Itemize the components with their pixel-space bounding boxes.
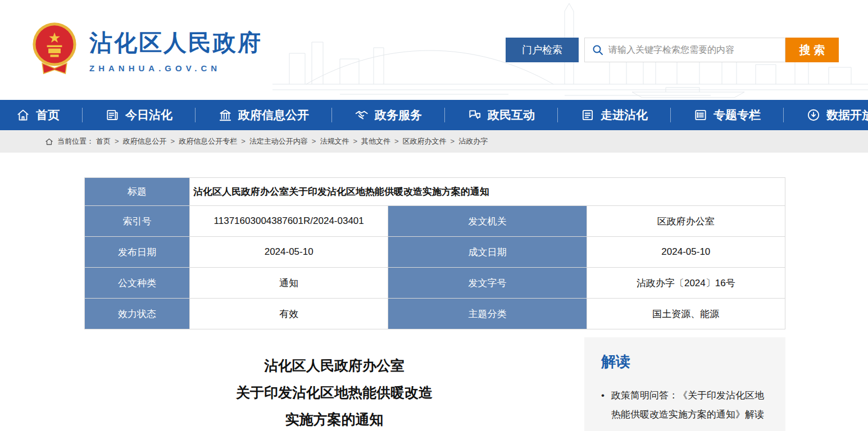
header-inner: ★ 沾化区人民政府 ZHANHUA.GOV.CN 门户检索	[0, 0, 868, 100]
nav-item-services[interactable]: 政务服务	[355, 107, 422, 123]
breadcrumb-prefix: 当前位置：	[57, 136, 94, 146]
cloud-download-icon	[806, 108, 821, 122]
breadcrumb-item[interactable]: 其他文件	[361, 136, 403, 146]
gov-building-icon	[218, 108, 233, 122]
breadcrumb: 当前位置： 首页 政府信息公开 政府信息公开专栏 法定主动公开内容 法规文件 其…	[0, 130, 868, 153]
nav-label: 专题专栏	[714, 107, 761, 123]
chat-icon	[467, 108, 482, 122]
main-content: 标题 沾化区人民政府办公室关于印发沾化区地热能供暖改造实施方案的通知 索引号 1…	[0, 153, 868, 431]
meta-label-theme: 主题分类	[388, 299, 587, 329]
nav-item-today[interactable]: 今日沾化	[105, 107, 172, 123]
svg-text:★: ★	[48, 30, 61, 45]
nav-label: 政民互动	[488, 107, 535, 123]
article-title-line: 关于印发沾化区地热能供暖改造	[84, 379, 584, 406]
meta-value-publish-date: 2024-05-10	[190, 237, 388, 268]
content-row: 沾化区人民政府办公室 关于印发沾化区地热能供暖改造 实施方案的通知 解读 • 政…	[84, 337, 785, 431]
breadcrumb-item[interactable]: 沾政办字	[458, 136, 488, 146]
nav-item-open-data[interactable]: 数据开放	[806, 107, 868, 123]
home-icon	[16, 108, 30, 122]
meta-label-doc-type: 公文种类	[85, 268, 190, 299]
nav-label: 首页	[36, 107, 60, 123]
list-icon	[693, 108, 708, 122]
search-button[interactable]: 搜 索	[785, 38, 839, 62]
table-row: 发布日期 2024-05-10 成文日期 2024-05-10	[85, 237, 785, 268]
article: 沾化区人民政府办公室 关于印发沾化区地热能供暖改造 实施方案的通知	[84, 337, 584, 431]
interpretation-panel: 解读 • 政策简明问答：《关于印发沾化区地热能供暖改造实施方案的通知》解读	[584, 337, 785, 431]
meta-label-index-no: 索引号	[85, 206, 190, 237]
breadcrumb-item[interactable]: 政府信息公开专栏	[179, 136, 249, 146]
document-icon	[580, 108, 595, 122]
nav-item-gov-info[interactable]: 政府信息公开	[218, 107, 309, 123]
nav-label: 今日沾化	[125, 107, 172, 123]
meta-value-written-date: 2024-05-10	[587, 237, 785, 268]
nav-divider	[557, 108, 558, 122]
meta-value-theme: 国土资源、能源	[587, 299, 785, 329]
search-area: 门户检索 搜 索	[506, 38, 839, 62]
site-domain: ZHANHUA.GOV.CN	[89, 63, 262, 73]
meta-label-doc-number: 发文字号	[388, 268, 587, 299]
site-name: 沾化区人民政府	[89, 27, 262, 58]
interpretation-link-text: 政策简明问答：《关于印发沾化区地热能供暖改造实施方案的通知》解读	[611, 386, 769, 424]
site-logo-link[interactable]: ★ 沾化区人民政府 ZHANHUA.GOV.CN	[31, 19, 262, 81]
nav-label: 走进沾化	[601, 107, 648, 123]
bullet-icon: •	[601, 386, 605, 424]
document-meta-table: 标题 沾化区人民政府办公室关于印发沾化区地热能供暖改造实施方案的通知 索引号 1…	[84, 177, 785, 329]
meta-label-validity: 效力状态	[85, 299, 190, 329]
meta-label-written-date: 成文日期	[388, 237, 587, 268]
meta-label-issuing-org: 发文机关	[388, 206, 587, 237]
brand-text: 沾化区人民政府 ZHANHUA.GOV.CN	[89, 27, 262, 73]
meta-value-index-no: 11371603004387601R/2024-03401	[190, 206, 388, 237]
nav-item-about[interactable]: 走进沾化	[580, 107, 648, 123]
breadcrumb-item[interactable]: 法规文件	[320, 136, 361, 146]
breadcrumb-item[interactable]: 法定主动公开内容	[249, 136, 320, 146]
article-title-line: 沾化区人民政府办公室	[84, 352, 584, 379]
interpretation-link[interactable]: • 政策简明问答：《关于印发沾化区地热能供暖改造实施方案的通知》解读	[601, 386, 769, 424]
nav-divider	[444, 108, 445, 122]
table-row: 公文种类 通知 发文字号 沾政办字〔2024〕16号	[85, 268, 785, 299]
meta-value-doc-number: 沾政办字〔2024〕16号	[587, 268, 785, 299]
nav-item-topics[interactable]: 专题专栏	[693, 107, 761, 123]
breadcrumb-item[interactable]: 区政府办文件	[403, 136, 459, 146]
meta-label-publish-date: 发布日期	[85, 237, 190, 268]
nav-item-home[interactable]: 首页	[16, 107, 60, 123]
nav-divider	[331, 108, 332, 122]
nav-label: 政府信息公开	[238, 107, 309, 123]
main-nav: 首页 今日沾化 政府信息公开 政务服务 政民互动 走进沾化	[0, 100, 868, 130]
nav-label: 政务服务	[375, 107, 422, 123]
article-title-line: 实施方案的通知	[84, 406, 584, 431]
nav-divider	[670, 108, 671, 122]
news-icon	[105, 108, 120, 122]
breadcrumb-item[interactable]: 政府信息公开	[123, 136, 179, 146]
breadcrumb-item[interactable]: 首页	[96, 136, 123, 146]
meta-value-validity: 有效	[190, 299, 388, 329]
search-input[interactable]	[608, 45, 778, 55]
breadcrumb-home-icon	[45, 137, 53, 146]
meta-label-title: 标题	[85, 178, 190, 206]
interpretation-heading: 解读	[601, 352, 769, 372]
national-emblem-logo: ★	[31, 19, 78, 81]
table-row: 索引号 11371603004387601R/2024-03401 发文机关 区…	[85, 206, 785, 237]
nav-item-interaction[interactable]: 政民互动	[467, 107, 535, 123]
meta-value-title: 沾化区人民政府办公室关于印发沾化区地热能供暖改造实施方案的通知	[190, 178, 785, 206]
meta-value-issuing-org: 区政府办公室	[587, 206, 785, 237]
site-header: ★ 沾化区人民政府 ZHANHUA.GOV.CN 门户检索	[0, 0, 868, 100]
table-row: 标题 沾化区人民政府办公室关于印发沾化区地热能供暖改造实施方案的通知	[85, 178, 785, 206]
meta-value-doc-type: 通知	[190, 268, 388, 299]
search-icon	[592, 44, 604, 56]
handshake-icon	[355, 108, 369, 122]
portal-search-button[interactable]: 门户检索	[506, 38, 579, 62]
nav-label: 数据开放	[826, 107, 868, 123]
nav-divider	[82, 108, 83, 122]
table-row: 效力状态 有效 主题分类 国土资源、能源	[85, 299, 785, 329]
search-box	[584, 38, 785, 62]
nav-divider	[783, 108, 784, 122]
nav-divider	[195, 108, 196, 122]
